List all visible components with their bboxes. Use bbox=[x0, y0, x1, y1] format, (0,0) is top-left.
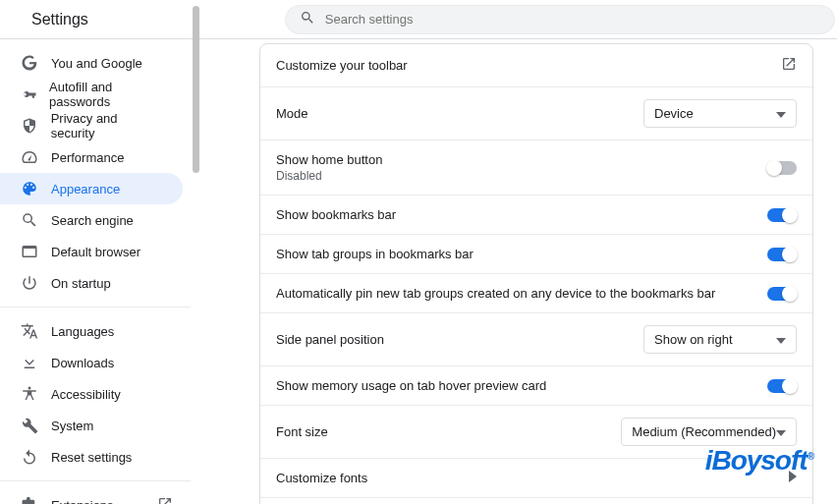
accessibility-icon bbox=[20, 384, 39, 404]
row-label: Mode bbox=[276, 106, 308, 121]
sidebar-item-on-startup[interactable]: On startup bbox=[0, 267, 183, 299]
sidebar-item-default-browser[interactable]: Default browser bbox=[0, 236, 183, 267]
sidebar-item-privacy[interactable]: Privacy and security bbox=[0, 110, 183, 141]
sidebar-item-label: Performance bbox=[51, 150, 124, 165]
sidebar-item-reset[interactable]: Reset settings bbox=[0, 441, 183, 473]
search-settings[interactable] bbox=[285, 5, 835, 34]
page-title: Settings bbox=[31, 11, 88, 28]
font-size-dropdown[interactable]: Medium (Recommended) bbox=[621, 418, 797, 446]
row-customize-fonts[interactable]: Customize fonts bbox=[260, 458, 812, 497]
search-icon bbox=[300, 10, 325, 28]
sidebar-item-extensions[interactable]: Extensions bbox=[0, 489, 157, 504]
row-bookmarks-bar: Show bookmarks bar bbox=[260, 195, 812, 234]
row-label: Side panel position bbox=[276, 332, 384, 347]
sidebar-item-label: Accessibility bbox=[51, 387, 121, 402]
bookmarks-bar-toggle[interactable] bbox=[767, 208, 797, 222]
tab-groups-bar-toggle[interactable] bbox=[767, 248, 797, 261]
key-icon bbox=[20, 84, 37, 104]
sidebar-item-accessibility[interactable]: Accessibility bbox=[0, 378, 183, 410]
power-icon bbox=[20, 273, 39, 293]
dropdown-value: Show on right bbox=[654, 332, 733, 347]
reset-icon bbox=[20, 447, 39, 467]
auto-pin-toggle[interactable] bbox=[767, 287, 797, 301]
row-label: Show tab groups in bookmarks bar bbox=[276, 247, 474, 261]
chevron-down-icon bbox=[776, 106, 786, 121]
open-external-icon[interactable] bbox=[157, 496, 173, 505]
sidebar-item-label: Extensions bbox=[51, 498, 114, 505]
chevron-right-icon bbox=[789, 471, 797, 485]
palette-icon bbox=[20, 179, 39, 198]
app-header: Settings bbox=[0, 0, 837, 39]
open-external-icon bbox=[781, 56, 797, 75]
memory-hover-toggle[interactable] bbox=[767, 379, 797, 393]
translate-icon bbox=[20, 321, 39, 341]
sidebar-item-languages[interactable]: Languages bbox=[0, 315, 183, 347]
row-sublabel: Disabled bbox=[276, 169, 382, 183]
shield-icon bbox=[20, 116, 39, 136]
row-label: Automatically pin new tab groups created… bbox=[276, 286, 715, 301]
row-customize-toolbar[interactable]: Customize your toolbar bbox=[260, 44, 812, 86]
wrench-icon bbox=[20, 416, 39, 435]
sidebar-item-autofill[interactable]: Autofill and passwords bbox=[0, 79, 183, 110]
side-panel-dropdown[interactable]: Show on right bbox=[643, 325, 797, 354]
extension-icon bbox=[20, 495, 39, 504]
row-tab-groups-bar: Show tab groups in bookmarks bar bbox=[260, 234, 812, 273]
sidebar-item-downloads[interactable]: Downloads bbox=[0, 347, 183, 378]
row-label: Customize your toolbar bbox=[276, 58, 408, 73]
sidebar-item-label: System bbox=[51, 419, 93, 433]
row-label: Customize fonts bbox=[276, 471, 367, 485]
mode-dropdown[interactable]: Device bbox=[643, 99, 797, 128]
row-label: Show home button bbox=[276, 152, 382, 167]
sidebar-item-label: Search engine bbox=[51, 213, 134, 228]
download-icon bbox=[20, 353, 39, 372]
sidebar: You and Google Autofill and passwords Pr… bbox=[0, 39, 191, 504]
row-auto-pin: Automatically pin new tab groups created… bbox=[260, 273, 812, 312]
sidebar-item-label: Privacy and security bbox=[51, 111, 163, 140]
row-side-panel: Side panel position Show on right bbox=[260, 312, 812, 365]
dropdown-value: Medium (Recommended) bbox=[632, 424, 776, 439]
divider bbox=[0, 307, 191, 308]
row-label: Show memory usage on tab hover preview c… bbox=[276, 378, 546, 393]
google-g-icon bbox=[20, 53, 39, 73]
row-page-zoom: Page zoom bbox=[260, 497, 812, 504]
sidebar-item-you-and-google[interactable]: You and Google bbox=[0, 47, 183, 79]
speedometer-icon bbox=[20, 147, 39, 167]
row-home-button: Show home button Disabled bbox=[260, 140, 812, 195]
sidebar-item-label: Appearance bbox=[51, 182, 120, 196]
row-memory-hover: Show memory usage on tab hover preview c… bbox=[260, 365, 812, 405]
settings-content: Customize your toolbar Mode Device Show … bbox=[191, 39, 837, 504]
sidebar-item-search-engine[interactable]: Search engine bbox=[0, 204, 183, 236]
search-input[interactable] bbox=[325, 12, 820, 27]
sidebar-item-label: Autofill and passwords bbox=[49, 80, 163, 109]
browser-icon bbox=[20, 242, 39, 261]
search-icon bbox=[20, 210, 39, 230]
divider bbox=[0, 480, 191, 481]
sidebar-item-label: Default browser bbox=[51, 245, 140, 259]
dropdown-value: Device bbox=[654, 106, 694, 121]
appearance-card: Customize your toolbar Mode Device Show … bbox=[259, 43, 813, 504]
sidebar-item-appearance[interactable]: Appearance bbox=[0, 173, 183, 204]
sidebar-item-label: You and Google bbox=[51, 56, 142, 71]
row-mode: Mode Device bbox=[260, 86, 812, 140]
row-font-size: Font size Medium (Recommended) bbox=[260, 405, 812, 458]
sidebar-item-label: Reset settings bbox=[51, 450, 132, 465]
home-button-toggle[interactable] bbox=[767, 161, 797, 175]
sidebar-item-label: On startup bbox=[51, 276, 111, 291]
sidebar-item-system[interactable]: System bbox=[0, 410, 183, 441]
chevron-down-icon bbox=[776, 332, 786, 347]
chevron-down-icon bbox=[776, 424, 786, 439]
sidebar-item-label: Downloads bbox=[51, 356, 114, 370]
sidebar-item-label: Languages bbox=[51, 324, 114, 339]
sidebar-item-performance[interactable]: Performance bbox=[0, 141, 183, 173]
row-label: Show bookmarks bar bbox=[276, 207, 396, 222]
row-label: Font size bbox=[276, 424, 328, 439]
